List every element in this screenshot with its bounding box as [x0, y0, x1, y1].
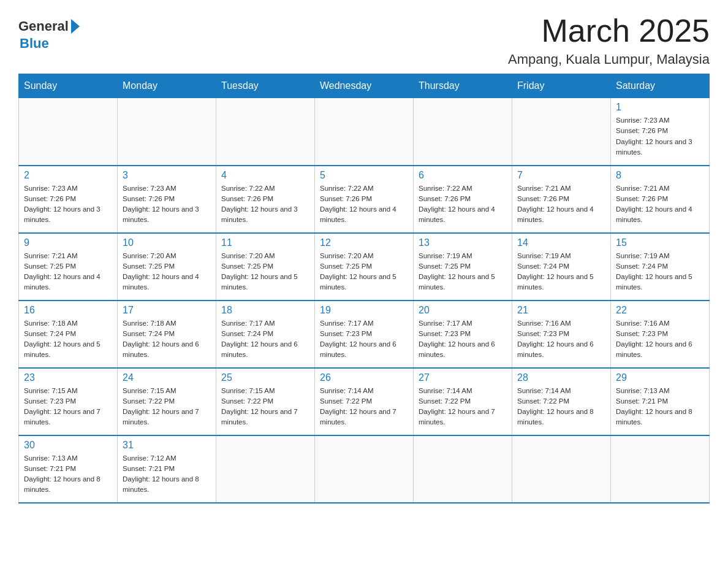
- weekday-header-monday: Monday: [118, 74, 216, 98]
- day-info: Sunrise: 7:22 AMSunset: 7:26 PMDaylight:…: [320, 183, 408, 226]
- day-info: Sunrise: 7:21 AMSunset: 7:26 PMDaylight:…: [616, 183, 704, 226]
- calendar-cell: 23Sunrise: 7:15 AMSunset: 7:23 PMDayligh…: [19, 368, 118, 435]
- weekday-header-thursday: Thursday: [414, 74, 512, 98]
- calendar-cell: 21Sunrise: 7:16 AMSunset: 7:23 PMDayligh…: [512, 301, 611, 368]
- logo-triangle-icon: [71, 19, 80, 34]
- calendar-cell: 8Sunrise: 7:21 AMSunset: 7:26 PMDaylight…: [611, 166, 710, 233]
- day-info: Sunrise: 7:17 AMSunset: 7:24 PMDaylight:…: [221, 318, 309, 361]
- day-number: 18: [221, 305, 309, 316]
- day-info: Sunrise: 7:23 AMSunset: 7:26 PMDaylight:…: [123, 183, 211, 226]
- day-info: Sunrise: 7:20 AMSunset: 7:25 PMDaylight:…: [221, 251, 309, 293]
- day-info: Sunrise: 7:13 AMSunset: 7:21 PMDaylight:…: [24, 453, 112, 496]
- day-number: 9: [24, 237, 112, 248]
- logo-blue-text: Blue: [20, 36, 49, 52]
- day-info: Sunrise: 7:15 AMSunset: 7:22 PMDaylight:…: [221, 386, 309, 428]
- day-number: 17: [123, 305, 211, 316]
- logo-general-text: General: [18, 18, 69, 34]
- day-info: Sunrise: 7:14 AMSunset: 7:22 PMDaylight:…: [419, 386, 507, 428]
- day-info: Sunrise: 7:15 AMSunset: 7:22 PMDaylight:…: [123, 386, 211, 428]
- day-number: 4: [221, 170, 309, 181]
- month-title: March 2025: [508, 12, 710, 49]
- logo: General Blue: [18, 18, 80, 52]
- day-info: Sunrise: 7:15 AMSunset: 7:23 PMDaylight:…: [24, 386, 112, 428]
- day-number: 3: [123, 170, 211, 181]
- day-number: 25: [221, 372, 309, 383]
- calendar-cell: 17Sunrise: 7:18 AMSunset: 7:24 PMDayligh…: [118, 301, 216, 368]
- day-info: Sunrise: 7:20 AMSunset: 7:25 PMDaylight:…: [320, 251, 408, 293]
- day-info: Sunrise: 7:19 AMSunset: 7:24 PMDaylight:…: [616, 251, 704, 293]
- calendar-cell: [315, 98, 414, 166]
- day-number: 11: [221, 237, 309, 248]
- calendar-cell: 25Sunrise: 7:15 AMSunset: 7:22 PMDayligh…: [216, 368, 315, 435]
- calendar-cell: 15Sunrise: 7:19 AMSunset: 7:24 PMDayligh…: [611, 233, 710, 301]
- calendar-cell: 1Sunrise: 7:23 AMSunset: 7:26 PMDaylight…: [611, 98, 710, 166]
- day-number: 16: [24, 305, 112, 316]
- page-header: General Blue March 2025 Ampang, Kuala Lu…: [18, 12, 710, 67]
- day-info: Sunrise: 7:12 AMSunset: 7:21 PMDaylight:…: [123, 453, 211, 496]
- day-number: 2: [24, 170, 112, 181]
- calendar-cell: [216, 98, 315, 166]
- day-number: 1: [616, 102, 704, 113]
- calendar-cell: 24Sunrise: 7:15 AMSunset: 7:22 PMDayligh…: [118, 368, 216, 435]
- calendar-cell: 13Sunrise: 7:19 AMSunset: 7:25 PMDayligh…: [414, 233, 512, 301]
- calendar-cell: [611, 435, 710, 503]
- day-info: Sunrise: 7:19 AMSunset: 7:25 PMDaylight:…: [419, 251, 507, 293]
- calendar-cell: 10Sunrise: 7:20 AMSunset: 7:25 PMDayligh…: [118, 233, 216, 301]
- calendar-cell: 27Sunrise: 7:14 AMSunset: 7:22 PMDayligh…: [414, 368, 512, 435]
- calendar-cell: 26Sunrise: 7:14 AMSunset: 7:22 PMDayligh…: [315, 368, 414, 435]
- day-info: Sunrise: 7:21 AMSunset: 7:26 PMDaylight:…: [517, 183, 605, 226]
- day-number: 22: [616, 305, 704, 316]
- day-number: 6: [419, 170, 507, 181]
- calendar-cell: 3Sunrise: 7:23 AMSunset: 7:26 PMDaylight…: [118, 166, 216, 233]
- calendar-cell: 20Sunrise: 7:17 AMSunset: 7:23 PMDayligh…: [414, 301, 512, 368]
- calendar-cell: 5Sunrise: 7:22 AMSunset: 7:26 PMDaylight…: [315, 166, 414, 233]
- day-info: Sunrise: 7:18 AMSunset: 7:24 PMDaylight:…: [24, 318, 112, 361]
- calendar-cell: [512, 435, 611, 503]
- weekday-header-friday: Friday: [512, 74, 611, 98]
- day-info: Sunrise: 7:13 AMSunset: 7:21 PMDaylight:…: [616, 386, 704, 428]
- day-info: Sunrise: 7:20 AMSunset: 7:25 PMDaylight:…: [123, 251, 211, 293]
- calendar-cell: 29Sunrise: 7:13 AMSunset: 7:21 PMDayligh…: [611, 368, 710, 435]
- calendar-cell: 14Sunrise: 7:19 AMSunset: 7:24 PMDayligh…: [512, 233, 611, 301]
- weekday-header-saturday: Saturday: [611, 74, 710, 98]
- day-number: 20: [419, 305, 507, 316]
- weekday-header-wednesday: Wednesday: [315, 74, 414, 98]
- day-number: 27: [419, 372, 507, 383]
- title-section: March 2025 Ampang, Kuala Lumpur, Malaysi…: [508, 12, 710, 67]
- calendar-cell: [216, 435, 315, 503]
- calendar-table: SundayMondayTuesdayWednesdayThursdayFrid…: [18, 74, 710, 504]
- day-info: Sunrise: 7:19 AMSunset: 7:24 PMDaylight:…: [517, 251, 605, 293]
- calendar-cell: 12Sunrise: 7:20 AMSunset: 7:25 PMDayligh…: [315, 233, 414, 301]
- day-info: Sunrise: 7:16 AMSunset: 7:23 PMDaylight:…: [517, 318, 605, 361]
- day-info: Sunrise: 7:17 AMSunset: 7:23 PMDaylight:…: [320, 318, 408, 361]
- day-number: 15: [616, 237, 704, 248]
- day-info: Sunrise: 7:22 AMSunset: 7:26 PMDaylight:…: [419, 183, 507, 226]
- day-number: 5: [320, 170, 408, 181]
- calendar-cell: 9Sunrise: 7:21 AMSunset: 7:25 PMDaylight…: [19, 233, 118, 301]
- day-info: Sunrise: 7:14 AMSunset: 7:22 PMDaylight:…: [517, 386, 605, 428]
- day-info: Sunrise: 7:21 AMSunset: 7:25 PMDaylight:…: [24, 251, 112, 293]
- day-number: 31: [123, 440, 211, 451]
- calendar-cell: 11Sunrise: 7:20 AMSunset: 7:25 PMDayligh…: [216, 233, 315, 301]
- calendar-cell: [414, 98, 512, 166]
- calendar-cell: 19Sunrise: 7:17 AMSunset: 7:23 PMDayligh…: [315, 301, 414, 368]
- day-number: 13: [419, 237, 507, 248]
- day-number: 8: [616, 170, 704, 181]
- calendar-cell: 18Sunrise: 7:17 AMSunset: 7:24 PMDayligh…: [216, 301, 315, 368]
- calendar-cell: 28Sunrise: 7:14 AMSunset: 7:22 PMDayligh…: [512, 368, 611, 435]
- location-title: Ampang, Kuala Lumpur, Malaysia: [508, 52, 710, 67]
- calendar-cell: [512, 98, 611, 166]
- weekday-header-sunday: Sunday: [19, 74, 118, 98]
- day-info: Sunrise: 7:18 AMSunset: 7:24 PMDaylight:…: [123, 318, 211, 361]
- day-info: Sunrise: 7:23 AMSunset: 7:26 PMDaylight:…: [616, 115, 704, 158]
- weekday-header-tuesday: Tuesday: [216, 74, 315, 98]
- day-info: Sunrise: 7:17 AMSunset: 7:23 PMDaylight:…: [419, 318, 507, 361]
- day-number: 24: [123, 372, 211, 383]
- day-number: 23: [24, 372, 112, 383]
- day-number: 12: [320, 237, 408, 248]
- day-number: 26: [320, 372, 408, 383]
- calendar-cell: [118, 98, 216, 166]
- day-number: 7: [517, 170, 605, 181]
- day-number: 21: [517, 305, 605, 316]
- day-info: Sunrise: 7:16 AMSunset: 7:23 PMDaylight:…: [616, 318, 704, 361]
